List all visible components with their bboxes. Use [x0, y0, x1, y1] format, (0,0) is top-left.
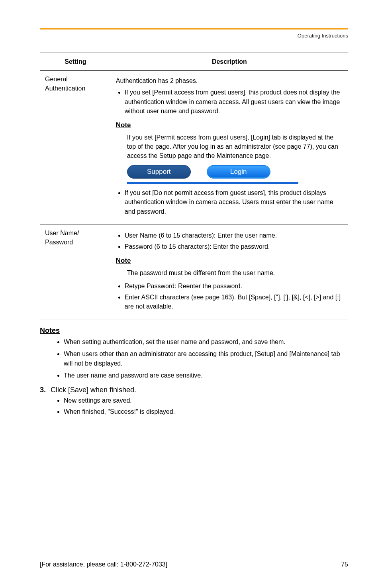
- list-item: When setting authentication, set the use…: [64, 337, 348, 347]
- top-orange-rule: [40, 28, 348, 29]
- th-description: Description: [111, 53, 348, 71]
- list-item: If you set [Permit access from guest use…: [125, 88, 343, 116]
- settings-table: Setting Description General Authenticati…: [40, 53, 348, 319]
- step-number: 3.: [40, 386, 46, 394]
- note-heading: Note: [116, 120, 343, 130]
- running-header: Operating Instructions: [40, 33, 348, 39]
- th-setting: Setting: [40, 53, 111, 71]
- auth-intro: Authentication has 2 phases.: [116, 76, 343, 85]
- note-heading: Note: [116, 256, 343, 266]
- blue-bar-illustration: [127, 182, 298, 184]
- list-item: Password (6 to 15 characters): Enter the…: [125, 242, 343, 251]
- notes-heading: Notes: [40, 326, 348, 335]
- list-item: The user name and password are case sens…: [64, 371, 348, 380]
- list-item: User Name (6 to 15 characters): Enter th…: [125, 231, 343, 240]
- notes-list: When setting authentication, set the use…: [40, 337, 348, 380]
- login-tab-illustration: Login: [207, 165, 270, 179]
- step-3: 3. Click [Save] when finished.: [40, 386, 348, 394]
- list-item: When finished, "Success!" is displayed.: [64, 407, 348, 417]
- step-3-sublist: New settings are saved. When finished, "…: [40, 396, 348, 417]
- footer-page-number: 75: [341, 561, 348, 568]
- footer-assist: [For assistance, please call: 1-800-272-…: [40, 561, 167, 568]
- cell-user-pass-label: User Name/ Password: [40, 224, 111, 319]
- list-item: Enter ASCII characters (see page 163). B…: [125, 293, 343, 311]
- list-item: Retype Password: Reenter the password.: [125, 281, 343, 291]
- note-body: If you set [Permit access from guest use…: [127, 133, 343, 161]
- list-item: If you set [Do not permit access from gu…: [125, 188, 343, 216]
- tab-buttons-illustration: Support Login: [127, 165, 343, 179]
- cell-general-auth-desc: Authentication has 2 phases. If you set …: [111, 71, 348, 224]
- support-tab-illustration: Support: [127, 165, 191, 179]
- table-row: User Name/ Password User Name (6 to 15 c…: [40, 224, 348, 319]
- step-text: Click [Save] when finished.: [51, 386, 136, 394]
- cell-general-auth-label: General Authentication: [40, 71, 111, 224]
- page-footer: [For assistance, please call: 1-800-272-…: [40, 561, 348, 568]
- cell-user-pass-desc: User Name (6 to 15 characters): Enter th…: [111, 224, 348, 319]
- table-row: General Authentication Authentication ha…: [40, 71, 348, 224]
- list-item: New settings are saved.: [64, 396, 348, 405]
- list-item: When users other than an administrator a…: [64, 349, 348, 368]
- note-body: The password must be different from the …: [127, 268, 343, 277]
